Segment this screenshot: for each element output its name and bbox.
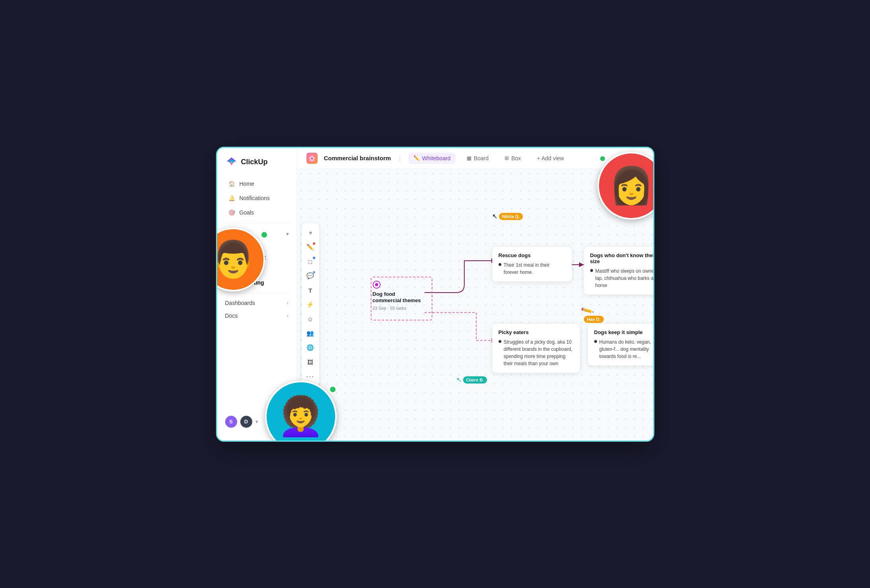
bullet-dot-3 [499, 340, 501, 343]
pen-dot [313, 242, 315, 245]
whiteboard-canvas[interactable]: ⌖ ✏️ □ 💬 T ⚡ ☺ 👥 🌐 🖼 ·· [297, 169, 653, 441]
goals-icon: 🎯 [228, 209, 236, 216]
tab-board[interactable]: ▦ Board [462, 153, 493, 164]
docs-chevron: › [287, 313, 289, 319]
card-dogs-size[interactable]: Dogs who don't know their size Mastiff w… [584, 247, 653, 295]
logo-area: ClickUp [217, 156, 297, 177]
shape-tool[interactable]: □ [304, 255, 317, 268]
whiteboard-toolbar: ⌖ ✏️ □ 💬 T ⚡ ☺ 👥 🌐 🖼 ·· [302, 223, 319, 386]
cursor-nikita: ↖ Nikita Q. [492, 213, 523, 220]
woman-teal-online-badge [329, 385, 337, 393]
spaces-chevron[interactable]: ▾ [286, 231, 289, 237]
bullet-dot-1 [499, 263, 501, 266]
man-online-badge [260, 231, 268, 239]
center-node-title: Dog food commercial themes [373, 291, 424, 305]
center-node-circle [373, 281, 381, 289]
add-view-button[interactable]: + Add view [532, 153, 569, 164]
sidebar-divider-2 [224, 293, 290, 293]
hae-cursor-tag: Hae D. [584, 316, 604, 323]
text-tool[interactable]: T [304, 284, 317, 297]
cursor-hae: Hae D. [584, 316, 604, 323]
app-container: ClickUp 🏠 Home 🔔 Notifications 🎯 Goals S… [216, 147, 654, 442]
board-tab-icon: ▦ [467, 155, 471, 161]
magic-tool[interactable]: ⚡ [304, 298, 317, 311]
clickup-logo [225, 156, 238, 169]
avatar-chevron[interactable]: ▾ [255, 419, 258, 425]
tab-box[interactable]: ⊞ Box [500, 153, 526, 164]
whiteboard-tab-icon: ✏️ [413, 155, 420, 161]
project-name: Commercial brainstorm [324, 155, 391, 161]
project-icon: 🌸 [306, 153, 318, 164]
note-dot [313, 271, 315, 273]
card-picky-eaters[interactable]: Picky eaters Struggles of a picky dog, a… [492, 324, 580, 373]
globe-tool[interactable]: 🌐 [304, 341, 317, 354]
sidebar-docs[interactable]: Docs › [217, 309, 297, 322]
collab-tool[interactable]: 👥 [304, 327, 317, 340]
emoji-tool[interactable]: ☺ [304, 313, 317, 325]
cursor-claire: ↖ Claire B. [456, 376, 487, 383]
bell-icon: 🔔 [228, 195, 236, 202]
center-node-meta: 23 Sep · 55 tasks [373, 306, 424, 311]
avatar-d[interactable]: D [240, 416, 252, 428]
sidebar-divider [224, 223, 290, 223]
box-tab-icon: ⊞ [505, 155, 509, 161]
bullet-dot-4 [594, 340, 597, 343]
claire-cursor-arrow: ↖ [456, 377, 462, 383]
card-dogs-simple[interactable]: Dogs keep it simple Humans do keto, vega… [588, 324, 653, 366]
dashboards-chevron: › [287, 300, 289, 306]
nav-goals[interactable]: 🎯 Goals [220, 206, 293, 219]
nav-home[interactable]: 🏠 Home [220, 177, 293, 191]
connector-lines [297, 169, 653, 441]
select-tool[interactable]: ⌖ [304, 226, 317, 239]
card-rescue-dogs[interactable]: Rescue dogs Their 1st meal in their fore… [492, 247, 572, 281]
home-icon: 🏠 [228, 180, 236, 187]
media-tool[interactable]: 🖼 [304, 356, 317, 368]
center-node[interactable]: Dog food commercial themes 23 Sep · 55 t… [373, 281, 424, 311]
sidebar-dashboards[interactable]: Dashboards › [217, 297, 297, 309]
nikita-cursor-tag: Nikita Q. [499, 213, 523, 220]
note-tool[interactable]: 💬 [304, 269, 317, 282]
nav-notifications[interactable]: 🔔 Notifications [220, 191, 293, 205]
logo-text: ClickUp [241, 158, 268, 166]
bullet-dot-2 [590, 269, 593, 272]
shape-dot [313, 257, 315, 259]
nikita-cursor-arrow: ↖ [492, 213, 497, 220]
avatar-s[interactable]: S [225, 416, 237, 428]
pen-tool[interactable]: ✏️ [304, 241, 317, 254]
tab-whiteboard[interactable]: ✏️ Whiteboard [408, 153, 456, 164]
claire-cursor-tag: Claire B. [463, 376, 487, 383]
woman-red-online-badge [599, 155, 606, 162]
